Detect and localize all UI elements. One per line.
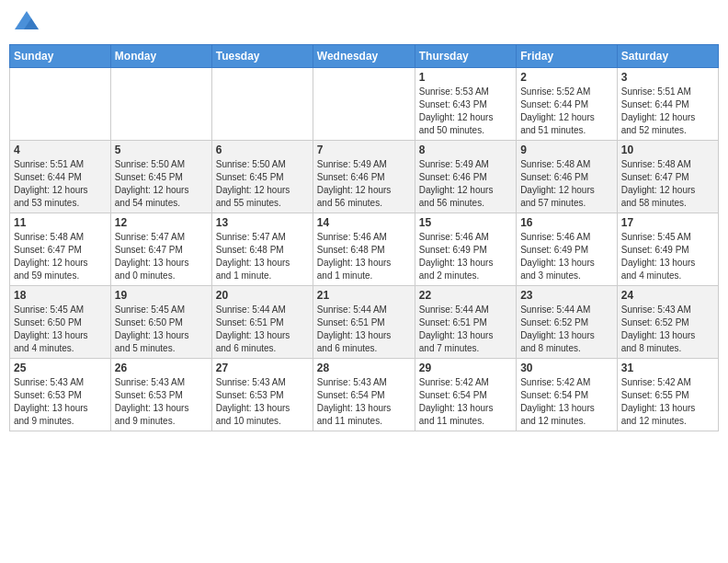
day-number: 21: [317, 289, 411, 302]
page-header: [9, 9, 719, 37]
day-info: Sunrise: 5:44 AM Sunset: 6:52 PM Dayligh…: [520, 304, 613, 355]
day-info: Sunrise: 5:50 AM Sunset: 6:45 PM Dayligh…: [115, 158, 208, 210]
day-info: Sunrise: 5:42 AM Sunset: 6:54 PM Dayligh…: [419, 376, 512, 428]
calendar-day-cell: 4Sunrise: 5:51 AM Sunset: 6:44 PM Daylig…: [10, 141, 111, 213]
calendar-day-cell: [211, 68, 313, 141]
day-number: 5: [115, 144, 208, 156]
day-number: 31: [621, 362, 714, 374]
day-number: 2: [520, 71, 613, 84]
calendar-day-cell: 16Sunrise: 5:46 AM Sunset: 6:49 PM Dayli…: [517, 213, 618, 286]
calendar-week-4: 18Sunrise: 5:45 AM Sunset: 6:50 PM Dayli…: [10, 286, 719, 359]
day-number: 12: [115, 216, 208, 229]
calendar-day-cell: 19Sunrise: 5:45 AM Sunset: 6:50 PM Dayli…: [110, 286, 211, 359]
day-number: 8: [419, 144, 512, 156]
weekday-header-sunday: Sunday: [10, 45, 111, 68]
calendar-day-cell: 7Sunrise: 5:49 AM Sunset: 6:46 PM Daylig…: [313, 141, 415, 213]
calendar-day-cell: 3Sunrise: 5:51 AM Sunset: 6:44 PM Daylig…: [617, 68, 718, 141]
calendar-day-cell: 29Sunrise: 5:42 AM Sunset: 6:54 PM Dayli…: [415, 359, 516, 431]
calendar-day-cell: 6Sunrise: 5:50 AM Sunset: 6:45 PM Daylig…: [211, 141, 313, 213]
day-info: Sunrise: 5:46 AM Sunset: 6:49 PM Dayligh…: [419, 231, 512, 282]
calendar-day-cell: 8Sunrise: 5:49 AM Sunset: 6:46 PM Daylig…: [415, 141, 516, 213]
weekday-header-tuesday: Tuesday: [211, 45, 313, 68]
day-info: Sunrise: 5:45 AM Sunset: 6:50 PM Dayligh…: [115, 304, 208, 355]
day-number: 30: [520, 362, 613, 374]
calendar-day-cell: 23Sunrise: 5:44 AM Sunset: 6:52 PM Dayli…: [517, 286, 618, 359]
calendar-day-cell: 18Sunrise: 5:45 AM Sunset: 6:50 PM Dayli…: [10, 286, 111, 359]
day-info: Sunrise: 5:43 AM Sunset: 6:53 PM Dayligh…: [216, 376, 309, 428]
weekday-header-wednesday: Wednesday: [313, 45, 415, 68]
day-info: Sunrise: 5:45 AM Sunset: 6:50 PM Dayligh…: [14, 304, 107, 355]
day-info: Sunrise: 5:49 AM Sunset: 6:46 PM Dayligh…: [317, 158, 411, 210]
calendar-day-cell: 17Sunrise: 5:45 AM Sunset: 6:49 PM Dayli…: [617, 213, 718, 286]
day-number: 22: [419, 289, 512, 302]
day-info: Sunrise: 5:43 AM Sunset: 6:52 PM Dayligh…: [621, 304, 714, 355]
day-info: Sunrise: 5:50 AM Sunset: 6:45 PM Dayligh…: [216, 158, 309, 210]
day-number: 16: [520, 216, 613, 229]
day-info: Sunrise: 5:44 AM Sunset: 6:51 PM Dayligh…: [216, 304, 309, 355]
weekday-header-thursday: Thursday: [415, 45, 516, 68]
calendar-day-cell: 24Sunrise: 5:43 AM Sunset: 6:52 PM Dayli…: [617, 286, 718, 359]
day-info: Sunrise: 5:43 AM Sunset: 6:53 PM Dayligh…: [115, 376, 208, 428]
logo-icon: [13, 9, 40, 37]
calendar-week-2: 4Sunrise: 5:51 AM Sunset: 6:44 PM Daylig…: [10, 141, 719, 213]
calendar-day-cell: 26Sunrise: 5:43 AM Sunset: 6:53 PM Dayli…: [110, 359, 211, 431]
day-info: Sunrise: 5:44 AM Sunset: 6:51 PM Dayligh…: [419, 304, 512, 355]
day-number: 24: [621, 289, 714, 302]
day-info: Sunrise: 5:48 AM Sunset: 6:46 PM Dayligh…: [520, 158, 613, 210]
calendar-day-cell: 13Sunrise: 5:47 AM Sunset: 6:48 PM Dayli…: [211, 213, 313, 286]
day-info: Sunrise: 5:51 AM Sunset: 6:44 PM Dayligh…: [14, 158, 107, 210]
calendar-day-cell: 11Sunrise: 5:48 AM Sunset: 6:47 PM Dayli…: [10, 213, 111, 286]
day-number: 3: [621, 71, 714, 84]
weekday-header-saturday: Saturday: [617, 45, 718, 68]
calendar-week-3: 11Sunrise: 5:48 AM Sunset: 6:47 PM Dayli…: [10, 213, 719, 286]
day-info: Sunrise: 5:53 AM Sunset: 6:43 PM Dayligh…: [419, 86, 512, 137]
calendar-day-cell: 25Sunrise: 5:43 AM Sunset: 6:53 PM Dayli…: [10, 359, 111, 431]
calendar-day-cell: [313, 68, 415, 141]
calendar-day-cell: 30Sunrise: 5:42 AM Sunset: 6:54 PM Dayli…: [517, 359, 618, 431]
day-number: 17: [621, 216, 714, 229]
calendar-day-cell: 1Sunrise: 5:53 AM Sunset: 6:43 PM Daylig…: [415, 68, 516, 141]
weekday-header-friday: Friday: [517, 45, 618, 68]
day-number: 11: [14, 216, 107, 229]
day-number: 19: [115, 289, 208, 302]
calendar-header-row: SundayMondayTuesdayWednesdayThursdayFrid…: [10, 45, 719, 68]
calendar-day-cell: [10, 68, 111, 141]
day-number: 23: [520, 289, 613, 302]
day-number: 14: [317, 216, 411, 229]
day-number: 4: [14, 144, 107, 156]
day-info: Sunrise: 5:51 AM Sunset: 6:44 PM Dayligh…: [621, 86, 714, 137]
day-number: 9: [520, 144, 613, 156]
day-number: 15: [419, 216, 512, 229]
day-info: Sunrise: 5:42 AM Sunset: 6:54 PM Dayligh…: [520, 376, 613, 428]
day-info: Sunrise: 5:48 AM Sunset: 6:47 PM Dayligh…: [14, 231, 107, 282]
day-number: 29: [419, 362, 512, 374]
day-number: 27: [216, 362, 309, 374]
logo: [13, 9, 44, 37]
day-info: Sunrise: 5:43 AM Sunset: 6:54 PM Dayligh…: [317, 376, 411, 428]
day-info: Sunrise: 5:48 AM Sunset: 6:47 PM Dayligh…: [621, 158, 714, 210]
day-number: 10: [621, 144, 714, 156]
day-info: Sunrise: 5:44 AM Sunset: 6:51 PM Dayligh…: [317, 304, 411, 355]
calendar-day-cell: 14Sunrise: 5:46 AM Sunset: 6:48 PM Dayli…: [313, 213, 415, 286]
calendar-day-cell: 9Sunrise: 5:48 AM Sunset: 6:46 PM Daylig…: [517, 141, 618, 213]
day-number: 13: [216, 216, 309, 229]
calendar-week-1: 1Sunrise: 5:53 AM Sunset: 6:43 PM Daylig…: [10, 68, 719, 141]
calendar-day-cell: [110, 68, 211, 141]
day-number: 1: [419, 71, 512, 84]
calendar-day-cell: 15Sunrise: 5:46 AM Sunset: 6:49 PM Dayli…: [415, 213, 516, 286]
day-info: Sunrise: 5:47 AM Sunset: 6:48 PM Dayligh…: [216, 231, 309, 282]
calendar-day-cell: 2Sunrise: 5:52 AM Sunset: 6:44 PM Daylig…: [517, 68, 618, 141]
day-number: 6: [216, 144, 309, 156]
calendar-day-cell: 20Sunrise: 5:44 AM Sunset: 6:51 PM Dayli…: [211, 286, 313, 359]
day-number: 26: [115, 362, 208, 374]
day-info: Sunrise: 5:46 AM Sunset: 6:48 PM Dayligh…: [317, 231, 411, 282]
day-info: Sunrise: 5:49 AM Sunset: 6:46 PM Dayligh…: [419, 158, 512, 210]
day-info: Sunrise: 5:46 AM Sunset: 6:49 PM Dayligh…: [520, 231, 613, 282]
day-info: Sunrise: 5:45 AM Sunset: 6:49 PM Dayligh…: [621, 231, 714, 282]
day-number: 25: [14, 362, 107, 374]
calendar-week-5: 25Sunrise: 5:43 AM Sunset: 6:53 PM Dayli…: [10, 359, 719, 431]
calendar-table: SundayMondayTuesdayWednesdayThursdayFrid…: [9, 44, 719, 431]
day-number: 20: [216, 289, 309, 302]
day-info: Sunrise: 5:42 AM Sunset: 6:55 PM Dayligh…: [621, 376, 714, 428]
day-number: 18: [14, 289, 107, 302]
